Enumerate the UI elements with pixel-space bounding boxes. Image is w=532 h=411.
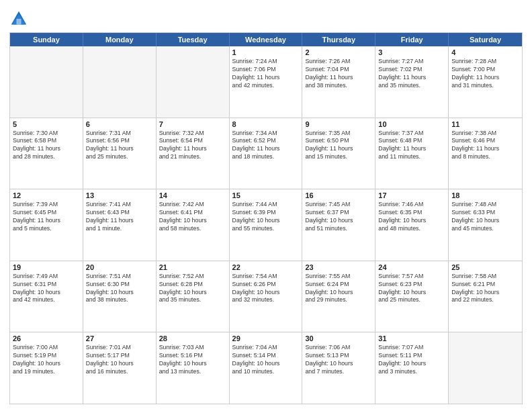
cell-info-text: Sunrise: 7:03 AM	[159, 344, 226, 352]
calendar-cell: 8Sunrise: 7:34 AMSunset: 6:52 PMDaylight…	[230, 118, 303, 189]
calendar-cell: 25Sunrise: 7:58 AMSunset: 6:21 PMDayligh…	[449, 261, 522, 332]
day-number: 29	[232, 334, 300, 342]
cell-info-text: and 3 minutes.	[378, 368, 445, 376]
weekday-header-friday: Friday	[375, 33, 449, 46]
cell-info-text: and 42 minutes.	[232, 82, 300, 90]
cell-info-text: Sunset: 5:11 PM	[378, 352, 445, 360]
weekday-header-wednesday: Wednesday	[230, 33, 303, 46]
cell-info-text: Sunset: 6:48 PM	[378, 137, 445, 145]
cell-info-text: Sunrise: 7:00 AM	[13, 344, 80, 352]
cell-info-text: and 28 minutes.	[13, 153, 80, 161]
day-number: 21	[159, 263, 226, 271]
cell-info-text: Daylight: 10 hours	[159, 289, 226, 297]
day-number: 6	[86, 120, 153, 128]
calendar: SundayMondayTuesdayWednesdayThursdayFrid…	[9, 32, 523, 404]
cell-info-text: Sunrise: 7:06 AM	[305, 344, 372, 352]
day-number: 26	[13, 334, 80, 342]
day-number: 2	[305, 48, 372, 56]
day-number: 28	[159, 334, 226, 342]
cell-info-text: and 38 minutes.	[86, 296, 153, 304]
cell-info-text: Sunset: 6:24 PM	[305, 281, 372, 289]
cell-info-text: and 8 minutes.	[451, 153, 519, 161]
calendar-cell: 13Sunrise: 7:41 AMSunset: 6:43 PMDayligh…	[83, 189, 157, 261]
cell-info-text: Sunrise: 7:04 AM	[232, 344, 300, 352]
day-number: 9	[305, 120, 372, 128]
cell-info-text: Sunset: 5:13 PM	[305, 352, 372, 360]
cell-info-text: Sunrise: 7:26 AM	[305, 58, 372, 66]
day-number: 25	[451, 263, 519, 271]
day-number: 30	[305, 334, 372, 342]
calendar-cell: 23Sunrise: 7:55 AMSunset: 6:24 PMDayligh…	[302, 261, 375, 332]
cell-info-text: and 58 minutes.	[159, 225, 226, 233]
cell-info-text: and 29 minutes.	[305, 296, 372, 304]
cell-info-text: and 21 minutes.	[159, 153, 226, 161]
cell-info-text: and 19 minutes.	[13, 368, 80, 376]
cell-info-text: Sunrise: 7:07 AM	[378, 344, 445, 352]
cell-info-text: Daylight: 10 hours	[305, 289, 372, 297]
cell-info-text: Daylight: 11 hours	[378, 145, 445, 153]
calendar-cell: 7Sunrise: 7:32 AMSunset: 6:54 PMDaylight…	[157, 118, 230, 189]
day-number: 27	[86, 334, 153, 342]
calendar-row-3: 19Sunrise: 7:49 AMSunset: 6:31 PMDayligh…	[10, 261, 522, 333]
cell-info-text: Daylight: 10 hours	[159, 360, 226, 368]
cell-info-text: Sunset: 6:21 PM	[451, 281, 519, 289]
cell-info-text: Sunrise: 7:48 AM	[451, 201, 519, 209]
cell-info-text: Sunrise: 7:55 AM	[305, 273, 372, 281]
cell-info-text: Sunrise: 7:01 AM	[86, 344, 153, 352]
cell-info-text: Daylight: 11 hours	[13, 145, 80, 153]
cell-info-text: Daylight: 11 hours	[305, 74, 372, 82]
cell-info-text: Daylight: 11 hours	[378, 74, 445, 82]
cell-info-text: Daylight: 10 hours	[378, 289, 445, 297]
cell-info-text: Sunrise: 7:52 AM	[159, 273, 226, 281]
day-number: 7	[159, 120, 226, 128]
cell-info-text: Sunrise: 7:54 AM	[232, 273, 300, 281]
cell-info-text: and 10 minutes.	[232, 368, 300, 376]
cell-info-text: Sunset: 6:31 PM	[13, 281, 80, 289]
cell-info-text: and 35 minutes.	[159, 296, 226, 304]
cell-info-text: Sunset: 5:17 PM	[86, 352, 153, 360]
calendar-header: SundayMondayTuesdayWednesdayThursdayFrid…	[10, 33, 522, 46]
cell-info-text: Sunset: 6:43 PM	[86, 209, 153, 217]
calendar-cell: 26Sunrise: 7:00 AMSunset: 5:19 PMDayligh…	[10, 332, 83, 404]
calendar-cell: 20Sunrise: 7:51 AMSunset: 6:30 PMDayligh…	[83, 261, 157, 332]
cell-info-text: and 45 minutes.	[451, 225, 519, 233]
cell-info-text: Sunset: 6:54 PM	[159, 137, 226, 145]
cell-info-text: and 55 minutes.	[232, 225, 300, 233]
calendar-cell: 14Sunrise: 7:42 AMSunset: 6:41 PMDayligh…	[157, 189, 230, 261]
calendar-cell: 18Sunrise: 7:48 AMSunset: 6:33 PMDayligh…	[449, 189, 522, 261]
cell-info-text: Daylight: 11 hours	[86, 217, 153, 225]
cell-info-text: and 48 minutes.	[378, 225, 445, 233]
cell-info-text: Sunrise: 7:31 AM	[86, 130, 153, 138]
cell-info-text: Daylight: 10 hours	[232, 360, 300, 368]
day-number: 17	[378, 191, 445, 199]
cell-info-text: Sunset: 6:26 PM	[232, 281, 300, 289]
calendar-row-0: 1Sunrise: 7:24 AMSunset: 7:06 PMDaylight…	[10, 46, 522, 118]
day-number: 13	[86, 191, 153, 199]
calendar-cell: 29Sunrise: 7:04 AMSunset: 5:14 PMDayligh…	[230, 332, 303, 404]
calendar-cell: 22Sunrise: 7:54 AMSunset: 6:26 PMDayligh…	[230, 261, 303, 332]
cell-info-text: Sunset: 6:30 PM	[86, 281, 153, 289]
cell-info-text: Daylight: 10 hours	[451, 217, 519, 225]
cell-info-text: Daylight: 10 hours	[378, 217, 445, 225]
cell-info-text: and 16 minutes.	[86, 368, 153, 376]
cell-info-text: and 35 minutes.	[378, 82, 445, 90]
cell-info-text: Daylight: 11 hours	[451, 74, 519, 82]
logo	[9, 9, 30, 28]
cell-info-text: Sunrise: 7:46 AM	[378, 201, 445, 209]
cell-info-text: Daylight: 11 hours	[232, 145, 300, 153]
cell-info-text: and 18 minutes.	[232, 153, 300, 161]
cell-info-text: Sunrise: 7:42 AM	[159, 201, 226, 209]
cell-info-text: Sunrise: 7:51 AM	[86, 273, 153, 281]
calendar-cell: 1Sunrise: 7:24 AMSunset: 7:06 PMDaylight…	[230, 46, 303, 118]
cell-info-text: Sunrise: 7:34 AM	[232, 130, 300, 138]
calendar-cell: 17Sunrise: 7:46 AMSunset: 6:35 PMDayligh…	[375, 189, 449, 261]
cell-info-text: Sunset: 6:52 PM	[232, 137, 300, 145]
cell-info-text: Sunset: 7:00 PM	[451, 66, 519, 74]
cell-info-text: and 22 minutes.	[451, 296, 519, 304]
cell-info-text: Sunset: 5:19 PM	[13, 352, 80, 360]
cell-info-text: Daylight: 10 hours	[232, 217, 300, 225]
cell-info-text: Daylight: 10 hours	[159, 217, 226, 225]
calendar-cell: 2Sunrise: 7:26 AMSunset: 7:04 PMDaylight…	[302, 46, 375, 118]
cell-info-text: Sunset: 7:02 PM	[378, 66, 445, 74]
cell-info-text: Daylight: 10 hours	[86, 289, 153, 297]
